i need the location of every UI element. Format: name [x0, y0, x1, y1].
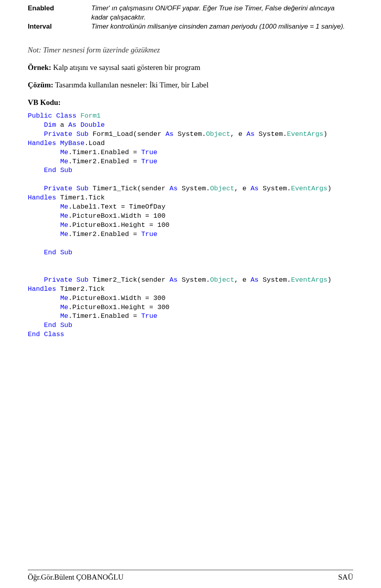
- property-table: Enabled Timer' ın çalışmasını ON/OFF yap…: [28, 4, 353, 31]
- property-name: Enabled: [28, 4, 91, 13]
- solution-label: Çözüm:: [28, 81, 53, 89]
- footer-institution: SAÜ: [338, 573, 353, 582]
- solution-text: Tasarımda kullanılan nesneler: İki Timer…: [53, 81, 208, 89]
- code-listing: Public Class Form1 Dim a As Double Priva…: [28, 112, 353, 339]
- property-desc: Timer' ın çalışmasını ON/OFF yapar. Eğer…: [91, 4, 353, 22]
- example-text: Kalp atışını ve sayısal saati gösteren b…: [51, 63, 200, 72]
- vb-kodu-heading: VB Kodu:: [28, 98, 353, 107]
- note-text: Not: Timer nesnesi form üzerinde gözükme…: [28, 46, 353, 54]
- example-label: Örnek:: [28, 63, 51, 72]
- property-name: Interval: [28, 22, 91, 31]
- footer-author: Öğr.Gör.Bülent ÇOBANOĞLU: [28, 573, 123, 582]
- vb-kodu-label: VB Kodu:: [28, 98, 61, 106]
- footer-divider: [28, 569, 353, 571]
- property-desc: Timer kontrolünün milisaniye cinsinden z…: [91, 22, 345, 31]
- solution-line: Çözüm: Tasarımda kullanılan nesneler: İk…: [28, 81, 353, 89]
- property-row-enabled: Enabled Timer' ın çalışmasını ON/OFF yap…: [28, 4, 353, 22]
- example-line: Örnek: Kalp atışını ve sayısal saati gös…: [28, 63, 353, 72]
- page-footer: Öğr.Gör.Bülent ÇOBANOĞLU SAÜ: [28, 569, 353, 582]
- property-row-interval: Interval Timer kontrolünün milisaniye ci…: [28, 22, 353, 31]
